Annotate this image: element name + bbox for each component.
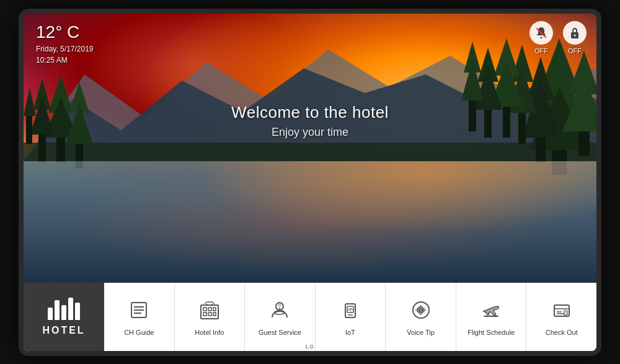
svg-rect-33: [38, 135, 46, 162]
voice-tip-icon: [407, 296, 435, 324]
menu-item-voice-tip[interactable]: Voice Tip: [386, 283, 456, 351]
menu-item-check-out[interactable]: Check Out: [526, 283, 596, 351]
svg-rect-35: [26, 116, 32, 144]
menu-items-container: CH Guide: [104, 283, 596, 351]
bottom-bar: HOTEL CH Guide: [24, 283, 596, 351]
svg-point-53: [278, 303, 281, 307]
svg-rect-49: [213, 313, 216, 316]
do-not-disturb-control[interactable]: OFF: [529, 21, 553, 55]
lock-icon: [563, 21, 587, 45]
do-not-disturb-label: OFF: [534, 47, 548, 55]
hotel-logo-section: HOTEL: [24, 283, 104, 351]
iot-icon: [337, 296, 364, 324]
svg-rect-44: [203, 308, 206, 311]
guest-service-label: Guest Service: [259, 329, 301, 337]
svg-point-59: [350, 310, 351, 311]
menu-item-flight-schedule[interactable]: Flight Schedule: [456, 283, 527, 351]
svg-rect-48: [208, 313, 211, 316]
date-display: Friday, 5/17/2019 10:25 AM: [36, 43, 94, 66]
lake: [24, 161, 596, 282]
check-out-icon: [548, 296, 575, 324]
time-text: 10:25 AM: [36, 55, 94, 66]
svg-rect-21: [484, 110, 492, 138]
svg-rect-18: [503, 107, 510, 138]
flight-schedule-label: Flight Schedule: [467, 329, 515, 337]
flight-schedule-icon: [477, 296, 505, 324]
iot-label: IoT: [345, 329, 355, 337]
menu-item-guest-service[interactable]: Guest Service: [245, 283, 316, 351]
welcome-overlay: Welcome to the hotel Enjoy your time: [231, 103, 389, 139]
ch-guide-icon: [125, 296, 153, 324]
logo-bar-2: [55, 300, 60, 320]
lock-label: OFF: [568, 47, 582, 55]
hotel-info-label: Hotel Info: [195, 329, 224, 337]
top-left-info: 12° C Friday, 5/17/2019 10:25 AM: [36, 24, 94, 66]
do-not-disturb-icon: [529, 21, 553, 45]
svg-rect-24: [469, 100, 476, 131]
menu-item-ch-guide[interactable]: CH Guide: [104, 283, 175, 351]
svg-rect-46: [213, 308, 216, 311]
temperature-display: 12° C: [36, 24, 94, 41]
lg-brand-logo: LG: [306, 344, 315, 350]
svg-rect-73: [564, 311, 567, 315]
trees-right: [460, 38, 596, 175]
logo-bar-5: [75, 303, 80, 320]
welcome-sub-text: Enjoy your time: [231, 126, 389, 139]
check-out-label: Check Out: [546, 329, 578, 337]
trees-left: [24, 76, 98, 175]
svg-rect-15: [518, 113, 526, 144]
svg-rect-47: [203, 313, 206, 316]
logo-bar-3: [61, 305, 66, 320]
hotel-logo-bars: [48, 298, 80, 320]
lake-reflection: [24, 161, 596, 282]
hotel-logo-text: HOTEL: [42, 325, 85, 336]
lock-control[interactable]: OFF: [563, 21, 587, 55]
svg-rect-9: [578, 131, 590, 156]
logo-bar-1: [48, 308, 53, 320]
tv-frame: 12° C Friday, 5/17/2019 10:25 AM OFF: [19, 9, 601, 356]
guest-service-icon: [266, 296, 293, 324]
tv-screen: 12° C Friday, 5/17/2019 10:25 AM OFF: [24, 14, 596, 283]
top-right-controls: OFF OFF: [529, 21, 587, 55]
svg-point-38: [574, 34, 576, 36]
ch-guide-label: CH Guide: [124, 329, 154, 337]
svg-rect-27: [56, 138, 65, 162]
voice-tip-label: Voice Tip: [407, 329, 435, 337]
svg-rect-12: [536, 138, 546, 162]
welcome-main-text: Welcome to the hotel: [231, 103, 389, 122]
hotel-info-icon: [196, 296, 223, 324]
logo-bar-4: [68, 298, 73, 320]
date-text: Friday, 5/17/2019: [36, 43, 94, 55]
menu-item-hotel-info[interactable]: Hotel Info: [175, 283, 246, 351]
svg-marker-34: [24, 88, 36, 116]
menu-item-iot[interactable]: IoT: [316, 283, 386, 351]
svg-rect-45: [208, 308, 211, 311]
